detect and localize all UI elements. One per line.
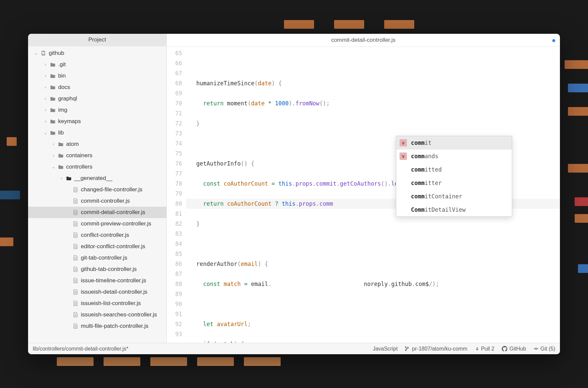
github-icon (502, 346, 507, 352)
chevron-icon: ⌄ (51, 165, 56, 169)
arrow-down-icon (475, 347, 479, 351)
folder-icon (49, 108, 56, 112)
tree-item-label: commit-controller.js (81, 198, 130, 204)
status-language[interactable]: JavaScript (373, 346, 398, 352)
chevron-icon: › (43, 85, 48, 90)
chevron-icon: ⌄ (43, 130, 48, 135)
tree-item[interactable]: issueish-searches-controller.js (28, 309, 166, 320)
line-number: 78 (167, 179, 182, 189)
status-github[interactable]: GitHub (502, 346, 526, 352)
autocomplete-popup[interactable]: vcommitvcommandscommittedcommittercommit… (396, 136, 512, 217)
chevron-icon: › (59, 176, 64, 181)
chevron-icon: › (43, 96, 48, 101)
autocomplete-item[interactable]: committer (396, 176, 512, 190)
tree-item[interactable]: changed-file-controller.js (28, 184, 166, 195)
line-number: 74 (167, 138, 182, 149)
tree-item[interactable]: conflict-controller.js (28, 229, 166, 241)
file-icon (72, 289, 79, 295)
tab-bar[interactable]: commit-detail-controller.js (167, 34, 560, 47)
line-number: 91 (167, 309, 182, 319)
file-icon (72, 267, 79, 272)
file-icon (72, 323, 79, 329)
tree-item[interactable]: commit-preview-controller.js (28, 218, 166, 229)
tree-item[interactable]: ›img (28, 104, 166, 116)
file-icon (72, 278, 79, 283)
tree-item[interactable]: ›docs (28, 82, 166, 93)
tree-item[interactable]: issueish-list-controller.js (28, 298, 166, 309)
tree-item[interactable]: editor-conflict-controller.js (28, 241, 166, 252)
line-number: 66 (167, 58, 182, 68)
tree-item[interactable]: multi-file-patch-controller.js (28, 320, 166, 332)
tree-item[interactable]: ⌄lib (28, 127, 166, 138)
tree-item-label: commit-detail-controller.js (81, 209, 145, 216)
file-tree[interactable]: ⌄ github ›.git›bin›docs›graphql›img›keym… (28, 46, 166, 343)
autocomplete-item[interactable]: vcommands (396, 150, 512, 163)
editor-pane: commit-detail-controller.js 656667686970… (167, 34, 560, 343)
line-number: 89 (167, 289, 182, 299)
line-number: 67 (167, 68, 182, 78)
autocomplete-badge (400, 179, 407, 187)
autocomplete-item[interactable]: vcommit (396, 136, 512, 150)
status-bar: lib/controllers/commit-detail-controller… (28, 343, 560, 354)
tree-item-label: issueish-searches-controller.js (81, 311, 157, 318)
tree-item[interactable]: issue-timeline-controller.js (28, 275, 166, 286)
line-number: 82 (167, 219, 182, 229)
tree-item-label: conflict-controller.js (81, 232, 129, 238)
autocomplete-badge (400, 206, 407, 213)
tree-item[interactable]: ›atom (28, 138, 166, 150)
tree-item-label: changed-file-controller.js (81, 186, 142, 193)
status-branch[interactable]: pr-1807/atom/ku-comm (405, 346, 467, 352)
editor-body[interactable]: 6566676869707172737475767778798081828384… (167, 47, 560, 343)
repo-icon (40, 51, 47, 56)
tree-root-label: github (49, 50, 64, 57)
tree-item[interactable]: ›bin (28, 70, 166, 82)
tree-item[interactable]: issueish-detail-controller.js (28, 286, 166, 298)
tree-item-label: docs (58, 84, 70, 91)
line-number: 73 (167, 128, 182, 138)
folder-icon (49, 62, 56, 67)
autocomplete-item[interactable]: CommitDetailView (396, 203, 512, 216)
status-git[interactable]: Git (5) (534, 346, 555, 352)
tree-item[interactable]: ›graphql (28, 93, 166, 104)
line-number: 75 (167, 149, 182, 159)
autocomplete-item[interactable]: committed (396, 163, 512, 176)
line-number: 83 (167, 229, 182, 239)
tree-item-label: keymaps (58, 118, 81, 125)
file-icon (72, 312, 79, 317)
tree-item[interactable]: commit-controller.js (28, 195, 166, 207)
line-number: 81 (167, 209, 182, 219)
folder-icon (49, 96, 56, 101)
folder-icon (57, 153, 64, 158)
status-pull[interactable]: Pull 2 (475, 346, 494, 352)
main-area: Project ⌄ github ›.git›bin›docs›graphql›… (28, 34, 560, 343)
tree-item[interactable]: ›keymaps (28, 116, 166, 127)
git-branch-icon (405, 346, 410, 351)
tree-item[interactable]: ⌄controllers (28, 161, 166, 173)
tree-item[interactable]: ›containers (28, 150, 166, 161)
tree-item[interactable]: ›.git (28, 59, 166, 70)
chevron-icon: › (43, 74, 48, 78)
autocomplete-label: committed (411, 166, 442, 173)
line-number: 86 (167, 259, 182, 269)
tree-item-label: github-tab-controller.js (81, 266, 137, 273)
chevron-icon: › (51, 142, 56, 147)
modified-indicator (552, 39, 555, 42)
tree-item[interactable]: git-tab-controller.js (28, 252, 166, 264)
tree-item[interactable]: ›__generated__ (28, 173, 166, 184)
tree-item-label: multi-file-patch-controller.js (81, 323, 148, 329)
file-icon (72, 255, 79, 261)
line-number: 71 (167, 108, 182, 118)
file-icon (72, 187, 79, 192)
tree-item-label: graphql (58, 95, 77, 102)
autocomplete-label: commands (411, 153, 438, 160)
chevron-icon: › (51, 153, 56, 158)
line-gutter: 6566676869707172737475767778798081828384… (167, 47, 186, 343)
git-commit-icon (534, 346, 539, 351)
tree-item[interactable]: commit-detail-controller.js (28, 207, 166, 218)
chevron-icon: › (43, 108, 48, 112)
file-icon (72, 198, 79, 204)
tree-root[interactable]: ⌄ github (28, 47, 166, 59)
autocomplete-item[interactable]: commitContainer (396, 190, 512, 203)
tree-item[interactable]: github-tab-controller.js (28, 264, 166, 275)
autocomplete-badge (400, 193, 407, 200)
